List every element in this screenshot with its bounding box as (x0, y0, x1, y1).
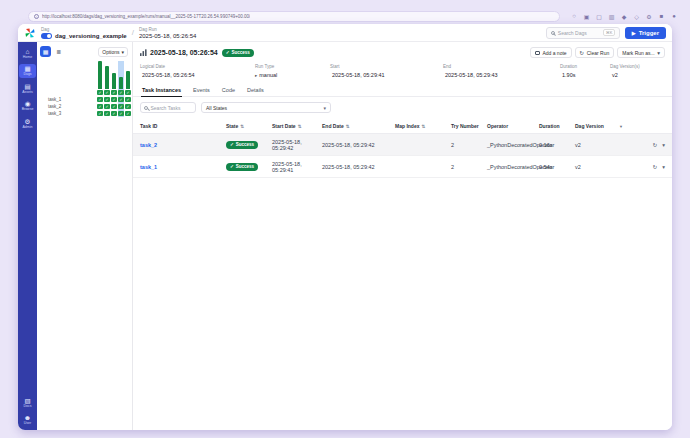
search-tasks-input[interactable]: Search Tasks (140, 102, 196, 113)
tab[interactable]: Details (246, 87, 265, 96)
task-instance-cell[interactable]: ✓ (97, 89, 103, 96)
column-header[interactable]: Try Number ⇅ (451, 123, 487, 129)
task-instance-cell[interactable]: ✓ (104, 103, 110, 110)
sort-icon[interactable]: ⇅ (240, 124, 244, 129)
task-instance-cell[interactable]: ✓ (111, 96, 117, 103)
task-instance-cell[interactable]: ✓ (111, 103, 117, 110)
task-instance-square[interactable]: ✓ (125, 104, 131, 110)
column-header[interactable]: State ⇅ (226, 123, 272, 129)
run-duration-bar[interactable] (126, 71, 131, 89)
browser-toolbar-icon[interactable]: ⚙ (645, 13, 653, 20)
mark-run-as-button[interactable]: Mark Run as... ▾ (617, 47, 665, 58)
column-header[interactable]: Duration ⇅ (539, 123, 575, 129)
task-instance-cell[interactable]: ✓ (104, 110, 110, 117)
address-bar[interactable]: i http://localhost:8080/dags/dag_version… (28, 11, 560, 22)
run-duration-bar-cell[interactable] (125, 61, 131, 89)
task-instance-cell[interactable]: ✓ (111, 110, 117, 117)
task-instance-square[interactable]: ✓ (104, 90, 110, 96)
task-instance-cell[interactable]: ✓ (97, 103, 103, 110)
task-instance-square[interactable]: ✓ (97, 104, 103, 110)
browser-toolbar-icon[interactable]: ▥ (608, 13, 616, 20)
task-instance-square[interactable]: ✓ (111, 104, 117, 110)
sidebar-item[interactable]: ▦ Dags (19, 64, 36, 79)
add-note-button[interactable]: Add a note (530, 47, 572, 58)
task-instance-square[interactable]: ✓ (104, 97, 110, 103)
sidebar-item[interactable]: ▧ Docs (19, 395, 36, 410)
run-duration-bar[interactable] (98, 61, 103, 89)
row-menu-icon[interactable]: ▾ (662, 164, 665, 170)
task-instance-square[interactable]: ✓ (97, 111, 103, 117)
clear-run-button[interactable]: ↻ Clear Run (575, 47, 615, 58)
task-instance-square[interactable]: ✓ (118, 97, 124, 103)
task-instance-cell[interactable]: ✓ (125, 103, 131, 110)
task-instance-cell[interactable]: ✓ (111, 89, 117, 96)
dag-pause-toggle[interactable] (41, 33, 52, 39)
column-header[interactable]: End Date ⇅ (322, 123, 395, 129)
task-instance-cell[interactable]: ✓ (118, 89, 124, 96)
airflow-logo-icon[interactable] (24, 27, 36, 39)
column-header[interactable]: Task ID ⇅ (140, 123, 226, 129)
sidebar-item[interactable]: ⌂ Home (19, 46, 36, 61)
column-filter-toggle[interactable]: ▼ (619, 124, 635, 129)
task-instance-square[interactable]: ✓ (125, 97, 131, 103)
grid-task-label[interactable]: task_3 (39, 111, 96, 116)
task-instance-cell[interactable]: ✓ (125, 110, 131, 117)
tab[interactable]: Task Instances (141, 87, 182, 97)
task-instance-cell[interactable]: ✓ (97, 110, 103, 117)
grid-task-label[interactable]: task_1 (39, 97, 96, 102)
tab[interactable]: Events (192, 87, 211, 96)
browser-toolbar-icon[interactable]: ◇ (633, 13, 641, 20)
run-duration-bar[interactable] (112, 73, 117, 89)
run-duration-bar-cell[interactable] (104, 61, 110, 89)
options-dropdown[interactable]: Options ▾ (98, 47, 128, 57)
task-id-link[interactable]: task_1 (140, 164, 226, 170)
task-instance-square[interactable]: ✓ (111, 97, 117, 103)
task-instance-cell[interactable]: ✓ (118, 96, 124, 103)
browser-toolbar-icon[interactable]: ○ (570, 13, 578, 19)
run-duration-bar-cell[interactable] (118, 61, 124, 89)
task-instance-square[interactable]: ✓ (125, 90, 131, 96)
tab[interactable]: Code (221, 87, 236, 96)
task-instance-cell[interactable]: ✓ (118, 103, 124, 110)
task-instance-square[interactable]: ✓ (118, 111, 124, 117)
search-dags-input[interactable]: Search Dags ⌘K (546, 27, 620, 39)
table-row[interactable]: task_1 ✓Success 2025-05-18, 05:29:41 202… (133, 156, 672, 178)
task-instance-square[interactable]: ✓ (111, 90, 117, 96)
run-duration-bar[interactable] (105, 66, 110, 89)
browser-toolbar-icon[interactable]: ■ (658, 13, 666, 19)
column-header[interactable]: Start Date ⇅ (272, 123, 322, 129)
run-duration-bar-cell[interactable] (111, 61, 117, 89)
column-header[interactable]: Dag Version ⇅ (575, 123, 619, 129)
site-info-icon[interactable]: i (34, 14, 39, 19)
browser-toolbar-icon[interactable]: ▢ (595, 13, 603, 20)
task-instance-square[interactable]: ✓ (111, 111, 117, 117)
task-instance-cell[interactable]: ✓ (125, 89, 131, 96)
task-instance-square[interactable]: ✓ (97, 97, 103, 103)
task-instance-square[interactable]: ✓ (97, 90, 103, 96)
sort-icon[interactable]: ⇅ (421, 124, 425, 129)
column-header[interactable]: Map Index ⇅ (395, 123, 451, 129)
browser-toolbar-icon[interactable]: ◆ (620, 13, 628, 20)
state-filter-select[interactable]: All States ▾ (201, 102, 331, 113)
task-instance-square[interactable]: ✓ (104, 104, 110, 110)
table-row[interactable]: task_2 ✓Success 2025-05-18, 05:29:42 202… (133, 134, 672, 156)
task-instance-square[interactable]: ✓ (125, 111, 131, 117)
clear-task-icon[interactable]: ↻ (653, 142, 658, 148)
task-instance-cell[interactable]: ✓ (125, 96, 131, 103)
task-list-button[interactable]: ≣ (53, 46, 64, 57)
browser-toolbar-icon[interactable]: ▣ (583, 13, 591, 20)
task-instance-cell[interactable]: ✓ (118, 110, 124, 117)
row-menu-icon[interactable]: ▾ (662, 142, 665, 148)
task-instance-cell[interactable]: ✓ (97, 96, 103, 103)
task-instance-square[interactable]: ✓ (118, 90, 124, 96)
sort-icon[interactable]: ⇅ (346, 124, 350, 129)
column-header[interactable]: Operator ⇅ (487, 123, 539, 129)
sidebar-item[interactable]: ▤ Assets (19, 81, 36, 96)
sidebar-item[interactable]: ◉ Browse (19, 99, 36, 114)
grid-task-label[interactable]: task_2 (39, 104, 96, 109)
trigger-button[interactable]: ▶ Trigger (625, 27, 666, 39)
task-instance-square[interactable]: ✓ (104, 111, 110, 117)
task-instance-square[interactable]: ✓ (118, 104, 124, 110)
sort-icon[interactable]: ⇅ (298, 124, 302, 129)
clear-task-icon[interactable]: ↻ (653, 164, 658, 170)
